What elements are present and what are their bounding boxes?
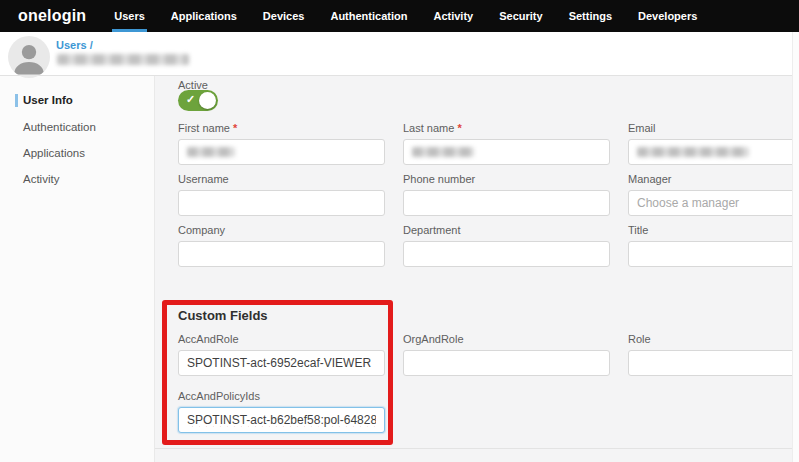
email-field: Email <box>628 122 799 165</box>
breadcrumb-users-link[interactable]: Users / <box>56 39 93 51</box>
field-label: AccAndPolicyIds <box>178 390 385 403</box>
nav-item-settings[interactable]: Settings <box>567 0 614 32</box>
acc-and-policy-ids-field: AccAndPolicyIds <box>178 390 385 433</box>
required-mark: * <box>233 122 237 134</box>
custom-fields-heading: Custom Fields <box>178 308 268 323</box>
phone-number-input[interactable] <box>403 190 610 216</box>
page-header: Users / <box>0 32 799 76</box>
user-info-form: Active ✓ First name* Last name* Email <box>155 76 799 462</box>
field-label: AccAndRole <box>178 333 385 346</box>
sidebar-item-activity[interactable]: Activity <box>0 172 154 190</box>
field-label: Department <box>403 224 610 237</box>
nav-item-developers[interactable]: Developers <box>636 0 699 32</box>
nav-item-security[interactable]: Security <box>497 0 544 32</box>
username-input[interactable] <box>178 190 385 216</box>
sidebar-item-applications[interactable]: Applications <box>0 146 154 164</box>
field-label: Title <box>628 224 799 237</box>
field-label: Company <box>178 224 385 237</box>
field-label: Phone number <box>403 173 610 186</box>
title-field: Title <box>628 224 799 267</box>
username-field: Username <box>178 173 385 216</box>
sidebar-item-label: Applications <box>23 147 85 159</box>
field-label: First name* <box>178 122 385 135</box>
field-label: Manager <box>628 173 799 186</box>
first-name-field: First name* <box>178 122 385 165</box>
field-label: OrgAndRole <box>403 333 610 346</box>
sidebar-item-authentication[interactable]: Authentication <box>0 120 154 138</box>
toggle-knob <box>199 92 216 109</box>
sidebar-item-label: User Info <box>23 94 73 106</box>
department-input[interactable] <box>403 241 610 267</box>
top-nav: onelogin Users Applications Devices Auth… <box>0 0 799 32</box>
last-name-field: Last name* <box>403 122 610 165</box>
role-input[interactable] <box>628 350 799 376</box>
person-icon <box>8 36 50 78</box>
nav-item-activity[interactable]: Activity <box>431 0 475 32</box>
field-label: Last name* <box>403 122 610 135</box>
sidebar-item-label: Authentication <box>23 121 96 133</box>
checkmark-icon: ✓ <box>186 93 195 106</box>
last-name-input[interactable] <box>403 139 610 165</box>
active-toggle[interactable]: ✓ <box>178 90 218 111</box>
field-label: Username <box>178 173 385 186</box>
org-and-role-input[interactable] <box>403 350 610 376</box>
first-name-input[interactable] <box>178 139 385 165</box>
company-input[interactable] <box>178 241 385 267</box>
required-mark: * <box>457 122 461 134</box>
field-label: Email <box>628 122 799 135</box>
title-input[interactable] <box>628 241 799 267</box>
onelogin-logo: onelogin <box>18 0 86 32</box>
scrollbar[interactable] <box>792 32 799 462</box>
acc-and-role-input[interactable] <box>178 350 385 376</box>
section-divider <box>155 448 799 449</box>
manager-field: Manager <box>628 173 799 216</box>
active-indicator-bar <box>15 94 18 107</box>
user-avatar <box>8 36 50 78</box>
sidebar-item-user-info[interactable]: User Info <box>0 93 154 111</box>
redacted-username <box>57 54 189 65</box>
acc-and-policy-ids-input[interactable] <box>178 407 385 433</box>
nav-item-users[interactable]: Users <box>112 0 147 32</box>
acc-and-role-field: AccAndRole <box>178 333 385 376</box>
field-label: Role <box>628 333 799 346</box>
department-field: Department <box>403 224 610 267</box>
email-input[interactable] <box>628 139 799 165</box>
nav-item-authentication[interactable]: Authentication <box>328 0 409 32</box>
org-and-role-field: OrgAndRole <box>403 333 610 376</box>
company-field: Company <box>178 224 385 267</box>
sidebar: User Info Authentication Applications Ac… <box>0 76 155 462</box>
nav-item-applications[interactable]: Applications <box>169 0 239 32</box>
role-field: Role <box>628 333 799 376</box>
sidebar-item-label: Activity <box>23 173 59 185</box>
nav-item-devices[interactable]: Devices <box>261 0 307 32</box>
phone-number-field: Phone number <box>403 173 610 216</box>
manager-input[interactable] <box>628 190 799 216</box>
